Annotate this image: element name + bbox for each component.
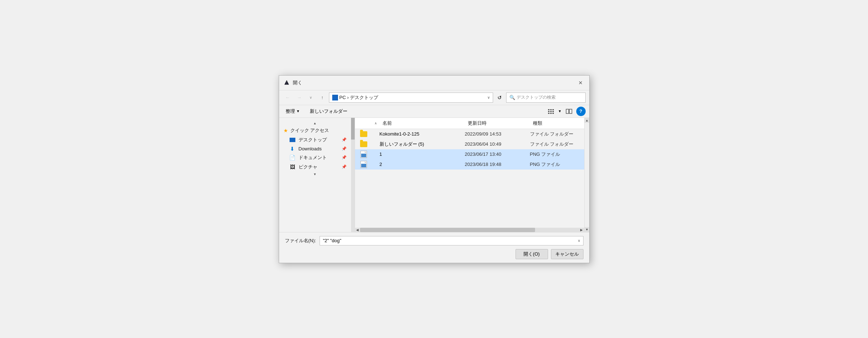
path-text: PC › デスクトップ (339, 94, 486, 101)
app-icon (283, 80, 290, 86)
file-icon-folder2 (355, 141, 372, 147)
pictures-icon: 🖼 (289, 164, 296, 170)
back-button[interactable]: ← (283, 93, 293, 103)
svg-rect-10 (566, 109, 569, 114)
svg-rect-7 (548, 113, 550, 114)
col-header-date[interactable]: 更新日時 (465, 119, 530, 127)
view-panel-button[interactable] (564, 107, 574, 116)
address-path[interactable]: PC › デスクトップ ∨ (329, 93, 493, 103)
view-dropdown-icon[interactable]: ▼ (558, 109, 562, 113)
star-icon: ★ (283, 128, 288, 133)
filename-dropdown-icon[interactable]: ∨ (578, 239, 580, 243)
file-type: ファイル フォルダー (530, 141, 584, 147)
sidebar-scroll-up[interactable]: ▲ (279, 121, 351, 126)
sidebar: ▲ ★ クイック アクセス デスクトップ 📌 (279, 118, 351, 232)
main-area: ▲ ★ クイック アクセス デスクトップ 📌 (279, 118, 589, 232)
sidebar-item-documents[interactable]: 📄 ドキュメント 📌 (279, 153, 351, 162)
address-bar: ← → ∨ ↑ PC › デスクトップ ∨ ↺ 🔍 デスクトップの検索 (279, 90, 589, 105)
file-main: ∧ 名前 更新日時 種類 Kokomite1-0-2-125 2022/09/0… (355, 118, 589, 232)
help-button[interactable]: ? (576, 107, 586, 116)
col-header-type[interactable]: 種類 (530, 119, 584, 127)
organize-label: 整理 (286, 108, 295, 115)
svg-rect-2 (550, 109, 552, 110)
vscroll-track[interactable] (585, 123, 589, 227)
open-button[interactable]: 開く(O) (516, 249, 548, 259)
vscroll-down-btn[interactable]: ▼ (585, 227, 589, 232)
hscroll-left-btn[interactable]: ◀ (355, 228, 360, 232)
toolbar-right: ▼ ? (546, 107, 586, 116)
cancel-button[interactable]: キャンセル (551, 249, 583, 259)
dropdown-button[interactable]: ∨ (306, 93, 316, 103)
grid-icon (548, 109, 554, 114)
view-grid-button[interactable] (546, 107, 556, 116)
horizontal-scrollbar[interactable]: ◀ ▶ (355, 228, 584, 232)
close-button[interactable]: ✕ (576, 78, 585, 87)
file-type: PNG ファイル (530, 161, 584, 168)
toolbar-left: 整理 ▼ 新しいフォルダー (283, 107, 351, 116)
path-pc-icon (332, 95, 338, 100)
pin-icon-4: 📌 (342, 164, 347, 169)
svg-rect-1 (548, 109, 550, 110)
filename-value: "2" "dog" (323, 238, 341, 243)
sort-arrow: ∧ (375, 121, 377, 125)
svg-rect-8 (550, 113, 552, 114)
file-name: 新しいフォルダー (5) (380, 141, 465, 147)
title-bar-left: 開く (283, 80, 302, 86)
file-type: ファイル フォルダー (530, 131, 584, 137)
quick-access-label: クイック アクセス (290, 127, 329, 134)
search-placeholder: デスクトップの検索 (517, 94, 556, 100)
sidebar-item-pictures-label: ピクチャ (299, 164, 317, 170)
path-dropdown-icon[interactable]: ∨ (487, 95, 490, 99)
refresh-button[interactable]: ↺ (495, 93, 505, 103)
sidebar-quick-access[interactable]: ★ クイック アクセス (279, 126, 351, 135)
file-name: 1 (380, 151, 465, 157)
new-folder-button[interactable]: 新しいフォルダー (307, 107, 350, 116)
table-row[interactable]: Kokomite1-0-2-125 2022/09/09 14:53 ファイル … (355, 129, 584, 139)
folder-icon (360, 131, 367, 137)
sidebar-item-desktop[interactable]: デスクトップ 📌 (279, 135, 351, 145)
pin-icon-2: 📌 (342, 146, 347, 151)
table-row[interactable]: 1 2023/06/17 13:40 PNG ファイル (355, 149, 584, 159)
filename-label: ファイル名(N): (285, 238, 316, 244)
vscroll-up-btn[interactable]: ▲ (585, 118, 589, 123)
file-name: 2 (380, 162, 465, 167)
hscroll-thumb[interactable] (360, 228, 535, 232)
table-row[interactable]: 新しいフォルダー (5) 2023/06/04 10:49 ファイル フォルダー (355, 139, 584, 149)
sidebar-scrollbar-thumb[interactable] (351, 118, 355, 140)
sidebar-scroll-down[interactable]: ▼ (279, 172, 351, 177)
search-box[interactable]: 🔍 デスクトップの検索 (506, 93, 586, 103)
pin-icon: 📌 (342, 137, 347, 142)
new-folder-label: 新しいフォルダー (310, 108, 347, 115)
forward-button[interactable]: → (294, 93, 304, 103)
dialog-title: 開く (293, 80, 302, 86)
file-icon-png2 (355, 161, 372, 168)
sidebar-item-label: デスクトップ (299, 137, 327, 143)
up-button[interactable]: ↑ (317, 93, 328, 103)
action-row: 開く(O) キャンセル (285, 249, 583, 259)
filename-row: ファイル名(N): "2" "dog" ∨ (285, 236, 583, 245)
sidebar-item-pictures[interactable]: 🖼 ピクチャ 📌 (279, 162, 351, 172)
file-date: 2023/06/17 13:40 (465, 151, 530, 157)
desktop-icon (289, 137, 296, 142)
sidebar-item-downloads[interactable]: ⬇ Downloads 📌 (279, 145, 351, 153)
organize-button[interactable]: 整理 ▼ (283, 107, 303, 116)
file-date: 2023/06/04 10:49 (465, 141, 530, 147)
title-bar: 開く ✕ (279, 76, 589, 90)
sidebar-item-downloads-label: Downloads (299, 146, 322, 151)
sidebar-scrollbar[interactable] (351, 118, 355, 232)
downloads-icon: ⬇ (289, 146, 296, 151)
svg-rect-6 (552, 111, 554, 112)
file-area-scrollbar[interactable]: ▲ ▼ (584, 118, 589, 232)
file-list-header: ∧ 名前 更新日時 種類 (355, 118, 584, 129)
hscroll-right-btn[interactable]: ▶ (579, 228, 584, 232)
svg-rect-9 (552, 113, 554, 114)
file-name: Kokomite1-0-2-125 (380, 131, 465, 137)
bottom-section: ファイル名(N): "2" "dog" ∨ 開く(O) キャンセル (279, 232, 589, 263)
filename-input[interactable]: "2" "dog" ∨ (320, 236, 583, 245)
hscroll-track[interactable] (360, 228, 579, 232)
col-header-name[interactable]: 名前 (380, 119, 465, 127)
file-date: 2023/06/18 19:48 (465, 162, 530, 167)
file-area: ∧ 名前 更新日時 種類 Kokomite1-0-2-125 2022/09/0… (355, 118, 584, 232)
file-list: Kokomite1-0-2-125 2022/09/09 14:53 ファイル … (355, 129, 584, 228)
table-row[interactable]: 2 2023/06/18 19:48 PNG ファイル (355, 159, 584, 170)
